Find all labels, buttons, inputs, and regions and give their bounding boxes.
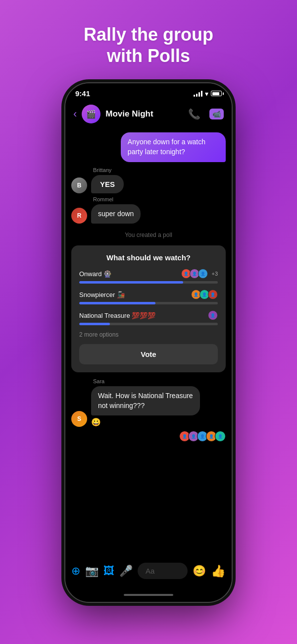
poll-option-label-2: Snowpiercer 🚂 [79, 291, 125, 298]
chat-name: Movie Night [105, 109, 183, 119]
reaction-emoji: 😀 [91, 417, 200, 427]
phone-mockup: 9:41 ▾ ‹ 🎬 Movie Night 📞 📹 [64, 82, 233, 603]
poll-bar-bg-1 [79, 281, 218, 284]
poll-question: What should we watch? [79, 253, 218, 262]
poll-bar-bg-2 [79, 302, 218, 304]
poll-created-label: You created a poll [71, 232, 226, 238]
received-message-rommel: R Rommel super down [71, 196, 226, 224]
sent-message: Anyone down for a watch party later toni… [121, 132, 226, 162]
status-time: 9:41 [75, 89, 90, 98]
poll-option-label-1: Onward 🎡 [79, 270, 111, 278]
status-icons: ▾ [194, 90, 222, 98]
video-call-icon[interactable]: 📹 [209, 109, 224, 119]
yes-bubble: YES [91, 175, 124, 193]
mic-button[interactable]: 🎤 [119, 565, 133, 578]
chat-header: ‹ 🎬 Movie Night 📞 📹 [65, 101, 232, 128]
battery-icon [211, 91, 222, 96]
input-placeholder: Aa [146, 567, 154, 575]
home-indicator [65, 591, 232, 602]
poll-option-voters-1: 👤 👤 👤 +3 [181, 269, 218, 279]
avatar-sara: S [71, 411, 87, 427]
back-button[interactable]: ‹ [73, 109, 77, 119]
vote-button[interactable]: Vote [79, 344, 218, 364]
phone-frame: 9:41 ▾ ‹ 🎬 Movie Night 📞 📹 [64, 82, 233, 603]
thumbs-up-button[interactable]: 👍 [211, 564, 226, 578]
poll-card: What should we watch? Onward 🎡 👤 👤 👤 +3 [71, 245, 226, 372]
phone-call-icon[interactable]: 📞 [188, 108, 200, 120]
signal-icon [194, 91, 202, 97]
voter-avatar: 👤 [208, 290, 218, 299]
message-input[interactable]: Aa [138, 563, 188, 579]
chat-body: Anyone down for a watch party later toni… [65, 128, 232, 558]
sender-name-sara: Sara [93, 378, 200, 384]
group-avatar: 🎬 [82, 105, 100, 123]
voter-avatar: 👤 [208, 310, 218, 320]
voter-avatar: 👤 [198, 269, 208, 279]
poll-option-3: National Treasure 💯💯💯 👤 [79, 310, 218, 325]
avatar-brittany: B [71, 177, 87, 193]
poll-option-voters-2: 👤 👤 👤 [191, 290, 218, 299]
wifi-icon: ▾ [205, 90, 208, 98]
poll-option-label-3: National Treasure 💯💯💯 [79, 312, 155, 319]
poll-option-2: Snowpiercer 🚂 👤 👤 👤 [79, 290, 218, 304]
input-bar: ⊕ 📷 🖼 🎤 Aa 😊 👍 [65, 558, 232, 591]
poll-option-1: Onward 🎡 👤 👤 👤 +3 [79, 269, 218, 284]
poll-bar-bg-3 [79, 323, 218, 325]
received-message-brittany: B Brittany YES [71, 167, 226, 193]
message-viewers: 👤 👤 👤 👤 👤 [71, 431, 226, 442]
poll-option-voters-3: 👤 [208, 310, 218, 320]
sender-name-rommel: Rommel [93, 196, 141, 202]
received-message-sara: S Sara Wait. How is National Treasure no… [71, 378, 226, 427]
page-title: Rally the group with Polls [84, 24, 213, 66]
voter-count-1: +3 [211, 271, 218, 277]
rommel-bubble: super down [91, 204, 141, 224]
emoji-button[interactable]: 😊 [193, 565, 206, 578]
plus-button[interactable]: ⊕ [71, 565, 80, 578]
sara-bubble: Wait. How is National Treasure not winni… [91, 386, 200, 415]
sender-name-brittany: Brittany [93, 167, 124, 173]
dynamic-island [126, 88, 171, 101]
poll-bar-fill-2 [79, 302, 155, 304]
viewer-avatar: 👤 [215, 431, 226, 442]
header-icons: 📞 📹 [188, 108, 224, 120]
photo-button[interactable]: 🖼 [103, 565, 114, 578]
poll-more-options: 2 more options [79, 331, 218, 338]
avatar-rommel: R [71, 208, 87, 224]
poll-bar-fill-3 [79, 323, 110, 325]
poll-bar-fill-1 [79, 281, 183, 284]
camera-button[interactable]: 📷 [85, 565, 99, 578]
